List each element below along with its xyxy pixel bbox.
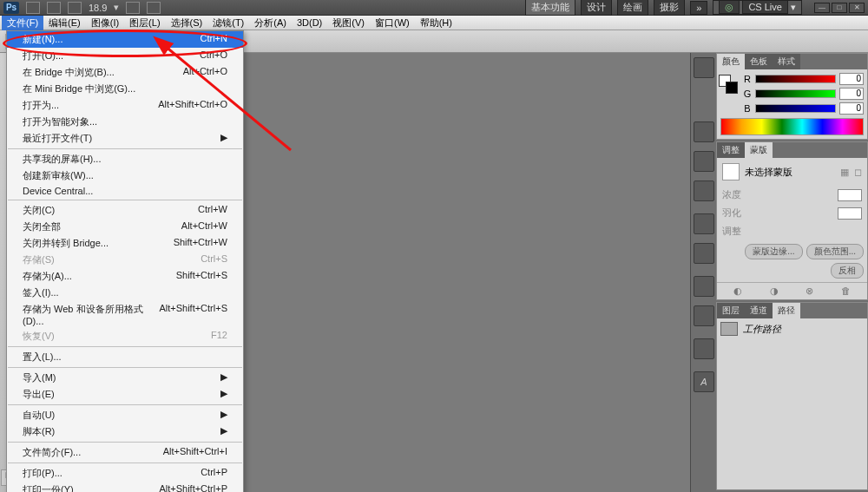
menu-help[interactable]: 帮助(H) xyxy=(415,16,457,30)
workspace-photo[interactable]: 摄影 xyxy=(654,0,685,16)
tab-adjust[interactable]: 调整 xyxy=(717,142,745,158)
menu-item[interactable]: 恢复(V)F12 xyxy=(7,328,243,344)
menu-item[interactable]: 在 Mini Bridge 中浏览(G)... xyxy=(7,81,243,97)
menu-select[interactable]: 选择(S) xyxy=(166,16,208,30)
r-slider[interactable] xyxy=(755,75,836,83)
mask-opt2-icon[interactable]: ◑ xyxy=(770,285,779,297)
dock-clone-icon[interactable] xyxy=(694,151,714,172)
mask-opt3-icon[interactable]: ⊗ xyxy=(806,285,813,297)
b-value[interactable]: 0 xyxy=(839,102,864,115)
menu-item[interactable]: 打开为智能对象... xyxy=(7,114,243,130)
background-swatch[interactable] xyxy=(726,82,738,94)
view-extras-icon[interactable] xyxy=(147,2,161,14)
tab-mask[interactable]: 蒙版 xyxy=(745,142,773,158)
workspace-more-icon[interactable]: » xyxy=(690,1,707,15)
tab-layers[interactable]: 图层 xyxy=(717,303,745,318)
menu-item-label: 打开为智能对象... xyxy=(23,115,97,128)
menu-item-label: Device Central... xyxy=(23,186,93,196)
menu-item-label: 导入(M) xyxy=(23,371,56,384)
menu-item[interactable]: 置入(L)... xyxy=(7,349,243,365)
menu-item[interactable]: 存储(S)Ctrl+S xyxy=(7,252,243,268)
menu-image[interactable]: 图像(I) xyxy=(86,16,124,30)
dock-brushes-icon[interactable] xyxy=(694,121,714,142)
dock-history-icon[interactable] xyxy=(694,213,714,234)
menu-item[interactable]: 新建(N)...Ctrl+N xyxy=(7,31,243,48)
tab-color[interactable]: 颜色 xyxy=(717,54,745,69)
workspace-design[interactable]: 设计 xyxy=(581,0,612,16)
dock-info-icon[interactable] xyxy=(694,180,714,201)
tab-styles[interactable]: 样式 xyxy=(773,54,800,69)
menu-item[interactable]: Device Central... xyxy=(7,184,243,198)
menu-item[interactable]: 最近打开文件(T)▶ xyxy=(7,130,243,147)
menu-edit[interactable]: 编辑(E) xyxy=(43,16,86,30)
menu-item[interactable]: 打印一份(Y)Alt+Shift+Ctrl+P xyxy=(7,482,243,492)
menu-item[interactable]: 在 Bridge 中浏览(B)...Alt+Ctrl+O xyxy=(7,64,243,81)
close-button[interactable]: ✕ xyxy=(849,3,865,13)
maximize-button[interactable]: □ xyxy=(832,3,847,13)
feather-value[interactable] xyxy=(838,207,862,220)
menu-item[interactable]: 创建新审核(W)... xyxy=(7,167,243,184)
path-item[interactable]: 工作路径 xyxy=(717,318,867,339)
menu-item[interactable]: 打印(P)...Ctrl+P xyxy=(7,465,243,482)
screen-mode-icon[interactable] xyxy=(126,2,140,14)
vector-mask-icon[interactable]: ◻ xyxy=(854,167,862,178)
menu-item[interactable]: 关闭全部Alt+Ctrl+W xyxy=(7,219,243,235)
mask-delete-icon[interactable]: 🗑 xyxy=(841,285,851,297)
menu-item-label: 最近打开文件(T) xyxy=(23,132,92,145)
menu-shortcut: Shift+Ctrl+S xyxy=(176,270,227,283)
menu-item[interactable]: 存储为(A)...Shift+Ctrl+S xyxy=(7,268,243,285)
menu-analysis[interactable]: 分析(A) xyxy=(249,16,292,30)
invert-button[interactable]: 反相 xyxy=(831,263,864,279)
menu-item[interactable]: 存储为 Web 和设备所用格式(D)...Alt+Shift+Ctrl+S xyxy=(7,301,243,328)
menu-view[interactable]: 视图(V) xyxy=(327,16,370,30)
workspace-basic[interactable]: 基本功能 xyxy=(525,0,575,16)
menu-3d[interactable]: 3D(D) xyxy=(292,16,327,29)
menu-item[interactable]: 关闭(C)Ctrl+W xyxy=(7,202,243,219)
menu-item[interactable]: 导入(M)▶ xyxy=(7,370,243,386)
menu-item[interactable]: 共享我的屏幕(H)... xyxy=(7,151,243,167)
menu-item[interactable]: 签入(I)... xyxy=(7,285,243,301)
menu-item-label: 自动(U) xyxy=(23,409,55,422)
chevron-down-icon[interactable]: ▾ xyxy=(114,2,119,13)
menu-file[interactable]: 文件(F) xyxy=(2,16,43,30)
menu-item-label: 打印(P)... xyxy=(23,467,62,480)
g-slider[interactable] xyxy=(755,89,836,98)
density-value[interactable] xyxy=(838,189,862,201)
g-value[interactable]: 0 xyxy=(839,88,864,100)
dock-actions-icon[interactable] xyxy=(694,243,714,264)
tab-channels[interactable]: 通道 xyxy=(745,303,773,318)
minimize-button[interactable]: — xyxy=(814,3,830,13)
dock-3d-icon[interactable] xyxy=(694,338,714,359)
tab-paths[interactable]: 路径 xyxy=(773,303,800,318)
menu-item[interactable]: 打开为...Alt+Shift+Ctrl+O xyxy=(7,97,243,114)
pixel-mask-icon[interactable]: ▦ xyxy=(840,167,849,178)
dock-tools-icon[interactable] xyxy=(694,305,714,326)
dock-color-icon[interactable] xyxy=(694,57,714,78)
menu-window[interactable]: 窗口(W) xyxy=(370,16,415,30)
dock-char-icon[interactable] xyxy=(694,276,714,297)
menu-item[interactable]: 关闭并转到 Bridge...Shift+Ctrl+W xyxy=(7,235,243,252)
cs-live-button[interactable]: ◎ CS Live ▾ xyxy=(713,0,802,15)
b-slider[interactable] xyxy=(755,104,836,113)
menubar: 文件(F) 编辑(E) 图像(I) 图层(L) 选择(S) 滤镜(T) 分析(A… xyxy=(0,16,868,30)
r-value[interactable]: 0 xyxy=(839,73,864,85)
mask-thumb-icon[interactable] xyxy=(722,163,740,180)
menu-layer[interactable]: 图层(L) xyxy=(124,16,165,30)
minibridge-icon[interactable] xyxy=(47,2,61,14)
bridge-icon[interactable] xyxy=(26,2,40,14)
zoom-level[interactable]: 18.9 xyxy=(89,3,107,13)
tab-swatches[interactable]: 色板 xyxy=(745,54,773,69)
menu-item[interactable]: 脚本(R)▶ xyxy=(7,423,243,440)
menu-item[interactable]: 导出(E)▶ xyxy=(7,386,243,403)
color-spectrum[interactable] xyxy=(720,118,864,135)
menu-item[interactable]: 文件简介(F)...Alt+Shift+Ctrl+I xyxy=(7,444,243,461)
workspace-paint[interactable]: 绘画 xyxy=(617,0,648,16)
menu-item[interactable]: 打开(O)...Ctrl+O xyxy=(7,48,243,64)
color-range-button[interactable]: 颜色范围... xyxy=(806,244,864,259)
layout-icon[interactable] xyxy=(68,2,82,14)
mask-opt1-icon[interactable]: ◐ xyxy=(733,285,742,297)
dock-text-icon[interactable]: A xyxy=(694,371,714,392)
menu-filter[interactable]: 滤镜(T) xyxy=(207,16,249,30)
mask-edge-button[interactable]: 蒙版边缘... xyxy=(745,244,802,259)
menu-item[interactable]: 自动(U)▶ xyxy=(7,407,243,423)
